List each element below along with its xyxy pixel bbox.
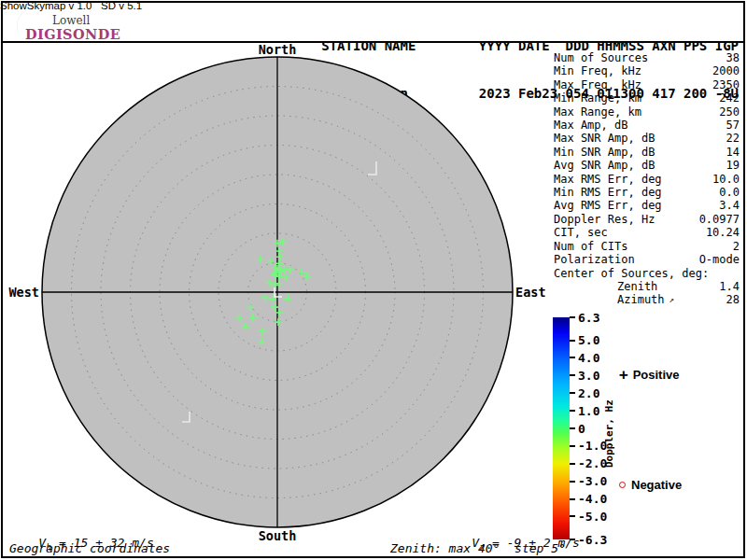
stat-value: 3.4 (719, 199, 740, 212)
direction-label-south: South (252, 528, 303, 543)
stat-row: Max SNR Amp, dB22 (554, 132, 740, 145)
stat-label: Polarization (554, 253, 635, 266)
colorbar-tick (570, 316, 575, 318)
colorbar-tick-label: -4.0 (578, 493, 607, 505)
direction-label-east: East (515, 285, 553, 300)
colorbar-tick-label: 6.3 (578, 312, 599, 324)
stat-row: Max Range, km250 (554, 105, 740, 119)
stat-label: Avg SNR Amp, dB (554, 159, 655, 172)
stat-label: Min SNR Amp, dB (554, 146, 655, 159)
stat-label: Num of CITs (554, 240, 627, 253)
stat-value: 0.0977 (699, 213, 740, 226)
colorbar-tick-label: 1.0 (578, 405, 599, 417)
direction-label-west: West (4, 285, 39, 300)
stat-value: 2350 (712, 78, 740, 91)
colorbar-tick (570, 515, 575, 517)
stat-label: Doppler Res, Hz (554, 213, 655, 226)
stat-row: CIT, sec10.24 (554, 226, 740, 239)
stat-value: 1.4 (719, 280, 740, 293)
stats-panel: Num of Sources38Min Freq, kHz2000Max Fre… (554, 51, 740, 308)
stat-label: Max Freq, kHz (554, 78, 641, 91)
stat-value: O-mode (699, 253, 740, 266)
stat-value: 242 (719, 91, 740, 105)
stat-label: Min Freq, kHz (554, 64, 641, 77)
stat-label: Azimuth↗ (554, 293, 674, 307)
stat-value: 19 (726, 159, 740, 172)
coordinate-system-label: Geographic coordinates (9, 541, 170, 555)
stat-value: 28 (726, 293, 740, 307)
stat-label: Num of Sources (554, 51, 648, 64)
stat-row: Center of Sources, deg: (554, 267, 740, 280)
colorbar-tick (570, 427, 575, 429)
colorbar-tick (570, 357, 575, 358)
zenith-range-note: Zenith: max 40° step 5° (390, 541, 566, 555)
showskymap-screen: Lowell DIGISONDE STATION NAME YYYY DATE … (0, 0, 747, 560)
stat-row: Azimuth↗28 (554, 293, 740, 307)
stat-label: Max Range, km (554, 105, 641, 119)
direction-label-north: North (252, 42, 303, 57)
legend-positive: + Positive (619, 368, 680, 382)
stat-row: Min Range, km242 (554, 91, 740, 105)
colorbar-tick-label: 5.0 (578, 334, 599, 346)
colorbar-tick (570, 445, 575, 447)
legend-negative-label: Negative (631, 478, 682, 492)
colorbar-tick-label: -6.3 (578, 534, 607, 546)
stat-row: Max Freq, kHz2350 (554, 78, 740, 91)
stat-label: Max SNR Amp, dB (554, 132, 655, 145)
stat-value: 38 (726, 51, 740, 64)
colorbar-tick-label: 0 (578, 423, 585, 435)
colorbar-tick-label: 3.0 (578, 370, 599, 382)
colorbar-tick-label: -5.0 (578, 511, 607, 523)
stat-row: Doppler Res, Hz0.0977 (554, 213, 740, 226)
stat-value: 0.0 (719, 186, 740, 199)
stat-row: Min Freq, kHz2000 (554, 64, 740, 77)
stat-row: Max RMS Err, deg10.0 (554, 173, 740, 186)
colorbar-tick-label: 4.0 (578, 352, 599, 364)
stat-value: 2000 (712, 64, 740, 77)
stat-label: Max Amp, dB (554, 119, 627, 132)
plus-marker-icon: + (619, 369, 628, 382)
stat-label: Avg RMS Err, deg (554, 199, 662, 212)
stat-label: CIT, sec (554, 226, 608, 239)
colorbar-tick (570, 340, 575, 342)
stat-label: Max RMS Err, deg (554, 173, 662, 186)
stat-value: 57 (726, 119, 740, 132)
colorbar-tick (570, 392, 575, 394)
stat-value: 10.24 (706, 226, 740, 239)
legend-negative: Negative (619, 478, 682, 492)
stat-label: Min RMS Err, deg (554, 186, 662, 199)
colorbar-tick (570, 374, 575, 376)
colorbar-tick (570, 481, 575, 483)
colorbar-tick-label: 2.0 (578, 387, 599, 399)
legend-positive-label: Positive (633, 368, 680, 382)
stat-row: Avg RMS Err, deg3.4 (554, 199, 740, 212)
stat-row: Num of Sources38 (554, 51, 740, 64)
colorbar-tick (570, 463, 575, 465)
stat-value: 2 (733, 240, 740, 253)
stat-label: Center of Sources, deg: (554, 267, 709, 280)
doppler-axis-label: Doppler, Hz (603, 399, 615, 468)
stat-row: Min SNR Amp, dB14 (554, 146, 740, 159)
colorbar-tick (570, 410, 575, 412)
circle-marker-icon (619, 482, 626, 488)
stat-label: Zenith (554, 280, 657, 293)
colorbar-tick (570, 498, 575, 500)
stat-value: 10.0 (712, 173, 740, 186)
stat-row: Zenith1.4 (554, 280, 740, 293)
colorbar-tick-label: -3.0 (578, 475, 607, 487)
stat-row: Max Amp, dB57 (554, 119, 740, 132)
stat-row: PolarizationO-mode (554, 253, 740, 266)
stat-value: 14 (726, 146, 740, 159)
stat-row: Min RMS Err, deg0.0 (554, 186, 740, 199)
stat-label: Min Range, km (554, 91, 641, 105)
stat-value: 22 (726, 132, 740, 145)
stat-value: 250 (719, 105, 740, 119)
doppler-colorbar (553, 317, 570, 539)
azimuth-direction-icon: ↗ (669, 295, 674, 304)
stat-row: Avg SNR Amp, dB19 (554, 159, 740, 172)
stat-row: Num of CITs2 (554, 240, 740, 253)
